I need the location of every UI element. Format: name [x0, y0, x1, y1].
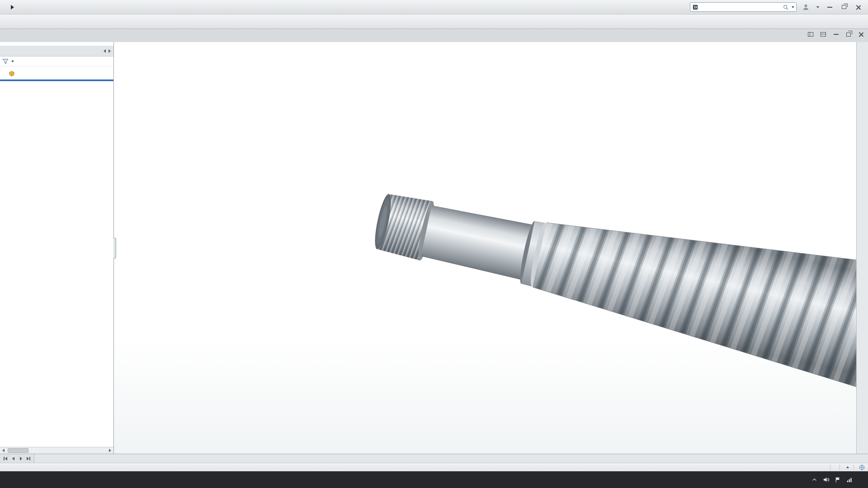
tree-filter-bar: [0, 56, 113, 66]
status-bar: [0, 463, 868, 471]
status-separator: [840, 465, 840, 470]
document-tab-bar-bottom: [0, 454, 868, 463]
help-menu[interactable]: [815, 6, 819, 8]
dock-pane-button[interactable]: [807, 31, 814, 38]
rollback-bar[interactable]: [0, 80, 113, 81]
3d-model-lead-screw[interactable]: [114, 42, 856, 454]
windows-taskbar: [0, 471, 868, 488]
panel-horizontal-scrollbar: [0, 447, 113, 454]
panel-tabs-scroll-left-icon[interactable]: [104, 49, 106, 53]
window-controls: [826, 4, 864, 10]
scroll-right-button[interactable]: [107, 447, 113, 454]
minimize-button[interactable]: [826, 4, 833, 10]
part-icon: [8, 70, 15, 77]
search-dropdown-arrow-icon[interactable]: [792, 6, 794, 8]
minimize-icon: [827, 7, 832, 8]
split-pane-button[interactable]: [820, 31, 826, 38]
magnifier-icon[interactable]: [783, 4, 789, 10]
minimize-icon: [834, 34, 839, 35]
last-tab-button[interactable]: [25, 455, 32, 462]
doc-minimize-button[interactable]: [833, 31, 839, 38]
close-button[interactable]: [855, 4, 862, 10]
main-area: [0, 42, 868, 454]
main-toolbar: [0, 14, 868, 29]
panel-tabs-scroll-right-icon[interactable]: [108, 49, 111, 53]
commandmanager-tab-bar: [0, 29, 868, 42]
close-icon: [856, 5, 861, 10]
split-pane-icon: [821, 32, 826, 37]
status-right-group: [830, 464, 865, 471]
filter-dropdown-arrow-icon[interactable]: [11, 61, 14, 62]
help-dropdown-arrow-icon: [816, 6, 819, 8]
volume-icon[interactable]: [823, 476, 830, 483]
customize-button[interactable]: [844, 466, 849, 468]
scroll-left-button[interactable]: [0, 447, 7, 454]
dock-pane-icon: [808, 32, 813, 37]
hidden-icons-chevron-icon[interactable]: [811, 476, 818, 483]
command-search[interactable]: [690, 2, 797, 12]
menu-expand-arrow-icon[interactable]: [11, 5, 14, 9]
web-status-icon[interactable]: [859, 464, 865, 471]
search-input[interactable]: [700, 4, 781, 10]
restore-icon: [846, 33, 851, 37]
close-icon: [859, 32, 864, 37]
search-scope-icon[interactable]: [692, 4, 698, 10]
task-pane-strip: [856, 42, 868, 454]
status-separator: [854, 465, 854, 470]
titlebar: [0, 0, 868, 14]
scrollbar-thumb[interactable]: [8, 448, 28, 453]
tab-navigation: [0, 454, 34, 463]
solidworks-window: [0, 0, 868, 488]
system-tray: [806, 471, 868, 488]
next-tab-button[interactable]: [17, 455, 24, 462]
doc-restore-button[interactable]: [845, 31, 852, 38]
network-signal-icon[interactable]: [846, 476, 853, 483]
status-separator: [830, 465, 830, 470]
featuremanager-panel: [0, 42, 114, 454]
restore-icon: [842, 5, 846, 9]
scrollbar-track[interactable]: [7, 447, 107, 454]
featuremanager-tab-strip: [0, 46, 113, 56]
part-root-item[interactable]: [0, 68, 113, 79]
lead-screw-geometry: [362, 147, 856, 427]
first-tab-button[interactable]: [2, 455, 9, 462]
panel-collapse-handle[interactable]: [113, 238, 116, 258]
user-account-icon[interactable]: [802, 3, 810, 11]
doc-close-button[interactable]: [858, 31, 864, 38]
tab-bar-filler: [34, 454, 868, 463]
filter-funnel-icon[interactable]: [2, 58, 9, 65]
panel-tab-scroll: [101, 46, 113, 56]
document-window-controls: [807, 31, 864, 38]
graphics-viewport[interactable]: [114, 42, 856, 454]
restore-button[interactable]: [841, 4, 847, 10]
previous-tab-button[interactable]: [9, 455, 17, 462]
caret-up-icon: [846, 466, 849, 468]
feature-tree: [0, 66, 113, 447]
notifications-flag-icon[interactable]: [835, 476, 841, 483]
